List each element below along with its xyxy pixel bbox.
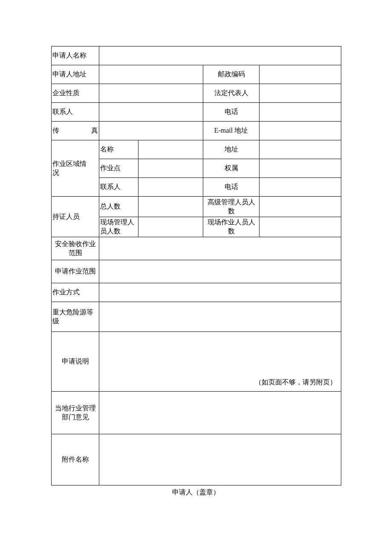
label-attachment-name: 附件名称 [52,434,99,485]
apply-desc-note: （如页面不够，请另附页） [255,378,337,386]
label-work-area: 作业区域情 况 [52,140,99,197]
value-cp-total[interactable] [138,197,203,217]
label-fax: 传 真 [52,122,99,140]
label-wa-contact: 联系人 [99,178,138,197]
value-work-method[interactable] [99,283,341,302]
label-wa-phone: 电话 [203,178,259,197]
value-email[interactable] [259,122,341,140]
value-contact-person[interactable] [99,103,203,122]
value-applicant-name[interactable] [99,46,341,65]
value-local-dept-opinion[interactable] [99,392,341,434]
value-wa-ownership[interactable] [259,159,341,178]
value-cp-site-work[interactable] [259,217,341,237]
label-email: E-mail 地址 [203,122,259,140]
value-legal-rep[interactable] [259,84,341,103]
value-enterprise-nature[interactable] [99,84,203,103]
footer-applicant-seal: 申请人（盖章） [0,488,392,497]
label-legal-rep: 法定代表人 [203,84,259,103]
label-wa-name: 名称 [99,140,138,159]
label-wa-address: 地址 [203,140,259,159]
value-postal-code[interactable] [259,65,341,84]
label-contact-person: 联系人 [52,103,99,122]
value-hazard-level[interactable] [99,302,341,332]
label-hazard-level: 重大危险源等 级 [52,302,99,332]
application-form-table: 申请人名称 申请人地址 邮政编码 企业性质 法定代表人 联系人 电话 传 真 E… [51,46,341,485]
label-cp-site-work: 现场作业人员人数 [203,217,259,237]
label-apply-desc: 申请说明 [52,332,99,392]
value-cp-senior[interactable] [259,197,341,217]
label-enterprise-nature: 企业性质 [52,84,99,103]
label-applicant-address: 申请人地址 [52,65,99,84]
label-cp-senior: 高级管理人员人数 [203,197,259,217]
label-applicant-name: 申请人名称 [52,46,99,65]
value-phone[interactable] [259,103,341,122]
value-wa-phone[interactable] [259,178,341,197]
label-cp-total: 总人数 [99,197,138,217]
value-applicant-address[interactable] [99,65,203,84]
label-apply-scope: 申请作业范围 [52,260,99,283]
value-cp-site-mgmt[interactable] [138,217,203,237]
value-attachment-name[interactable] [99,434,341,485]
label-safety-scope: 安全验收作业范围 [52,237,99,260]
value-wa-contact[interactable] [138,178,203,197]
label-phone: 电话 [203,103,259,122]
value-wa-address[interactable] [259,140,341,159]
label-work-method: 作业方式 [52,283,99,302]
label-wa-ownership: 权属 [203,159,259,178]
value-fax[interactable] [99,122,203,140]
value-wa-name[interactable] [138,140,203,159]
value-apply-scope[interactable] [99,260,341,283]
label-local-dept-opinion: 当地行业管理部门意见 [52,392,99,434]
label-postal-code: 邮政编码 [203,65,259,84]
label-cert-personnel: 持证人员 [52,197,99,237]
value-safety-scope[interactable] [99,237,341,260]
value-apply-desc[interactable]: （如页面不够，请另附页） [99,332,341,392]
label-cp-site-mgmt: 现场管理人员人数 [99,217,138,237]
value-wa-point[interactable] [138,159,203,178]
